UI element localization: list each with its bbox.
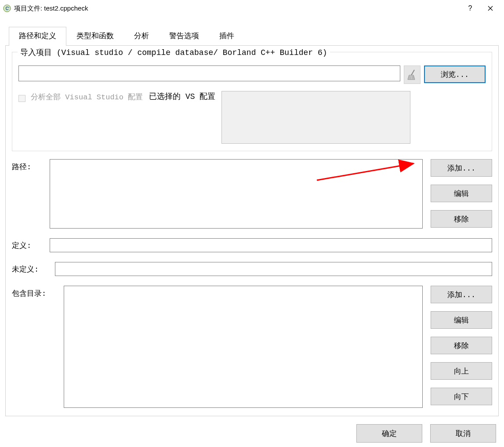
paths-row: 路径: 添加... 编辑 移除 bbox=[12, 159, 492, 229]
includes-edit-button[interactable]: 编辑 bbox=[431, 311, 492, 329]
analyze-all-vs-label: 分析全部 Visual Studio 配置 bbox=[31, 93, 143, 102]
includes-remove-button[interactable]: 移除 bbox=[431, 337, 492, 354]
dialog-footer: 确定 取消 bbox=[3, 416, 501, 443]
paths-edit-button[interactable]: 编辑 bbox=[431, 185, 492, 202]
defines-input[interactable] bbox=[50, 238, 492, 252]
ok-button[interactable]: 确定 bbox=[356, 424, 422, 443]
close-button[interactable] bbox=[480, 1, 500, 15]
help-button[interactable]: ? bbox=[460, 1, 480, 15]
close-icon bbox=[488, 6, 493, 11]
includes-row: 包含目录: 添加... 编辑 移除 向上 向下 bbox=[12, 286, 492, 408]
undefines-row: 未定义: bbox=[12, 262, 492, 276]
undefines-label: 未定义: bbox=[12, 264, 55, 274]
includes-down-button[interactable]: 向下 bbox=[431, 388, 492, 405]
tab-addons[interactable]: 插件 bbox=[209, 26, 244, 45]
import-path-input[interactable] bbox=[18, 65, 400, 81]
paths-add-button[interactable]: 添加... bbox=[431, 159, 492, 177]
undefines-input[interactable] bbox=[55, 262, 492, 276]
window-title: 项目文件: test2.cppcheck bbox=[14, 4, 88, 13]
browse-button[interactable]: 浏览... bbox=[424, 65, 486, 83]
defines-row: 定义: bbox=[12, 238, 492, 252]
includes-list[interactable] bbox=[64, 286, 423, 408]
cancel-button[interactable]: 取消 bbox=[430, 424, 496, 443]
svg-text:+: + bbox=[8, 6, 10, 8]
tab-panel-paths: 导入项目 (Visual studio / compile database/ … bbox=[5, 45, 499, 416]
broom-icon bbox=[407, 69, 417, 80]
import-icon-button[interactable] bbox=[404, 65, 421, 84]
paths-label: 路径: bbox=[12, 159, 50, 172]
includes-label: 包含目录: bbox=[12, 286, 64, 298]
tab-warning-options[interactable]: 警告选项 bbox=[159, 26, 209, 45]
svg-line-5 bbox=[411, 70, 414, 75]
includes-add-button[interactable]: 添加... bbox=[431, 286, 492, 303]
paths-list[interactable] bbox=[50, 159, 423, 229]
tabs-row: 路径和定义 类型和函数 分析 警告选项 插件 bbox=[9, 26, 501, 45]
app-icon: C + bbox=[3, 4, 11, 13]
paths-remove-button[interactable]: 移除 bbox=[431, 210, 492, 228]
includes-up-button[interactable]: 向上 bbox=[431, 362, 492, 380]
analyze-all-vs-checkbox bbox=[18, 95, 25, 102]
tab-paths-defines[interactable]: 路径和定义 bbox=[9, 27, 66, 46]
vs-config-list bbox=[221, 91, 410, 144]
selected-vs-label: 已选择的 VS 配置 bbox=[149, 91, 215, 102]
defines-label: 定义: bbox=[12, 240, 50, 251]
titlebar: C + 项目文件: test2.cppcheck ? bbox=[0, 0, 504, 17]
import-group-title: 导入项目 (Visual studio / compile database/ … bbox=[18, 47, 330, 58]
import-project-group: 导入项目 (Visual studio / compile database/ … bbox=[12, 52, 492, 151]
tab-types-functions[interactable]: 类型和函数 bbox=[66, 26, 124, 45]
tab-analysis[interactable]: 分析 bbox=[124, 26, 159, 45]
